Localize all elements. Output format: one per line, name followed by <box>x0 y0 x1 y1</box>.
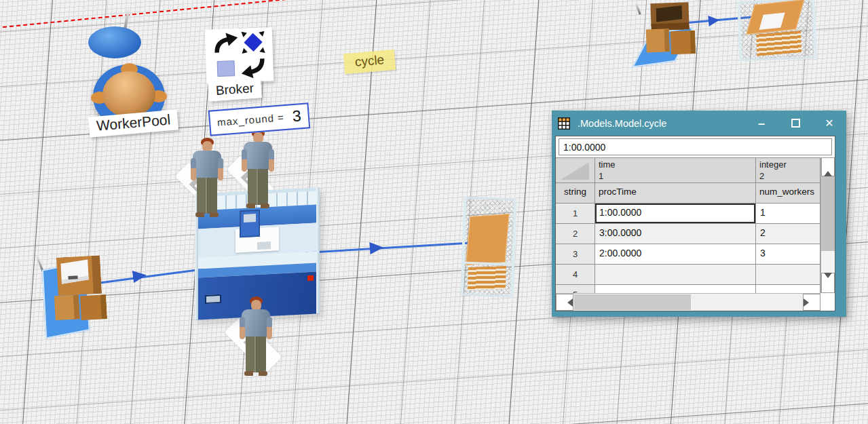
close-icon: ✕ <box>825 117 833 130</box>
worker-legs <box>248 169 268 205</box>
window-content: time1 integer2 string procTime num_worke… <box>555 136 835 311</box>
pin-head-icon <box>88 26 141 58</box>
pin-needle-icon <box>635 3 641 15</box>
station-rail <box>316 187 320 313</box>
minimize-button[interactable]: – <box>744 111 778 136</box>
connector-arrow-icon <box>369 242 383 254</box>
table-row: 2 3:00.0000 2 <box>556 224 820 244</box>
pallet-top-face <box>466 214 509 265</box>
table-window[interactable]: .Models.Model.cycle – ✕ time1 integer2 s… <box>552 111 846 317</box>
cell-num-workers[interactable]: 1 <box>756 204 820 224</box>
cell-edit-field[interactable] <box>559 138 832 155</box>
worker-arm <box>240 317 245 339</box>
maximize-icon <box>791 119 800 128</box>
worker-torso <box>193 151 221 178</box>
broker-object-icon[interactable] <box>205 27 274 83</box>
worker-arm <box>267 317 272 339</box>
row-number[interactable]: 1 <box>556 204 595 224</box>
cell-num-workers[interactable]: 2 <box>756 224 820 244</box>
column-name-cell[interactable]: num_workers <box>756 183 820 204</box>
mesh-container-output[interactable] <box>460 197 516 298</box>
close-button[interactable]: ✕ <box>812 111 846 136</box>
col2-index: 2 <box>759 171 764 181</box>
cell-procTime[interactable]: 3:00.0000 <box>595 224 756 244</box>
scroll-left-button[interactable] <box>556 294 573 311</box>
vertical-scroll-thumb[interactable] <box>821 176 835 251</box>
col1-type: time <box>599 159 616 170</box>
worker-3[interactable] <box>240 296 272 379</box>
worker-torso <box>242 309 270 337</box>
workerpool-pin[interactable] <box>88 8 144 64</box>
worker-legs <box>246 336 266 372</box>
cell-procTime[interactable] <box>595 285 756 293</box>
scrollbar-corner <box>820 293 835 311</box>
cell-procTime-selected[interactable]: 1:00.0000 <box>595 204 756 224</box>
cell-num-workers[interactable]: 3 <box>756 244 820 265</box>
worker-1[interactable] <box>191 138 223 220</box>
col2-type: integer <box>759 159 787 170</box>
formula-bar <box>556 136 835 157</box>
table-file-icon <box>558 117 570 130</box>
pallet-slats <box>756 31 801 56</box>
minimize-icon: – <box>758 120 765 127</box>
horizontal-scrollbar[interactable] <box>556 293 820 311</box>
box-slot <box>68 275 77 280</box>
cardboard-box <box>646 28 670 52</box>
broker-arrows-icon <box>208 31 270 80</box>
data-table[interactable]: time1 integer2 string procTime num_worke… <box>556 157 820 293</box>
type-header-row: time1 integer2 <box>556 158 820 183</box>
max-round-value: 3 <box>292 107 302 126</box>
column-name-cell[interactable]: procTime <box>595 183 756 204</box>
station-display <box>205 294 221 304</box>
row-number[interactable]: 4 <box>556 265 595 285</box>
arrow-down-icon <box>824 273 832 293</box>
cell-procTime[interactable]: 2:00.0000 <box>595 244 756 265</box>
row-number[interactable]: 2 <box>556 224 595 244</box>
mesh-container-top[interactable] <box>737 0 816 61</box>
max-round-name: max_round = <box>216 111 284 128</box>
box-open-top <box>60 259 88 284</box>
table-row: 4 <box>556 265 820 285</box>
horizontal-scroll-thumb[interactable] <box>574 294 691 310</box>
table-row: 5 <box>556 285 820 293</box>
scroll-right-button[interactable] <box>803 294 820 311</box>
pallet-slats <box>468 266 506 290</box>
col1-index: 1 <box>599 171 603 181</box>
row-number[interactable]: 5 <box>556 285 595 293</box>
cardboard-box <box>54 294 80 320</box>
broker-label[interactable]: Broker <box>208 79 262 101</box>
row-number[interactable]: 3 <box>556 244 595 265</box>
select-all-corner[interactable] <box>556 158 595 183</box>
arrow-up-icon <box>824 157 832 176</box>
vertical-scrollbar[interactable] <box>820 157 835 293</box>
table-row: 3 2:00.0000 3 <box>556 244 820 265</box>
station-control-panel <box>240 210 260 238</box>
station-part <box>257 242 271 250</box>
worker-2[interactable] <box>242 129 274 212</box>
plant-simulation-3d-view: WorkerPool Broker max_round = 3 cycle <box>0 0 868 424</box>
column-type-header[interactable]: integer2 <box>756 158 820 183</box>
index-type-cell[interactable]: string <box>556 183 595 204</box>
worker-arm <box>191 158 196 180</box>
cell-procTime[interactable] <box>595 265 756 285</box>
station-red-button <box>307 275 314 281</box>
cardboard-box <box>671 31 696 54</box>
worker-arm <box>269 149 274 172</box>
scroll-up-button[interactable] <box>821 157 835 176</box>
column-type-header[interactable]: time1 <box>595 158 756 183</box>
worker-torso <box>244 142 272 170</box>
window-titlebar[interactable]: .Models.Model.cycle – ✕ <box>552 111 846 136</box>
maximize-button[interactable] <box>778 111 812 136</box>
cardboard-box <box>80 294 107 320</box>
source-box-pile-top[interactable] <box>635 0 713 71</box>
control-panel-screen <box>244 214 256 223</box>
window-title: .Models.Model.cycle <box>578 118 666 129</box>
cardboard-box-open <box>56 256 102 296</box>
cell-num-workers[interactable] <box>756 265 820 285</box>
connector-arrow-icon <box>132 269 147 282</box>
worker-arm <box>218 158 223 180</box>
scroll-down-button[interactable] <box>821 273 835 293</box>
arrow-left-icon <box>556 298 573 307</box>
cell-num-workers[interactable] <box>756 285 820 293</box>
source-box-pile[interactable] <box>36 252 128 342</box>
